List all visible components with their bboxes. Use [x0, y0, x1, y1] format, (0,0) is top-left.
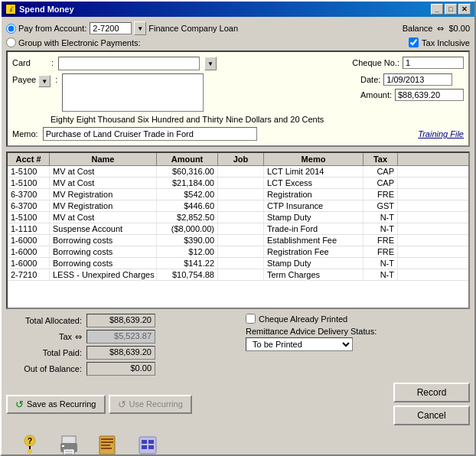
- table-cell: $21,184.00: [157, 178, 218, 188]
- table-cell: $2,852.50: [157, 212, 218, 223]
- svg-rect-11: [101, 438, 113, 440]
- delivery-select[interactable]: To be Printed Already Printed Do Not Pri…: [246, 337, 353, 351]
- maximize-button[interactable]: □: [445, 4, 457, 15]
- table-row[interactable]: 1-5100MV at Cost$60,316.00LCT Limit 2014…: [8, 166, 468, 178]
- delivery-status-label: Remittance Advice Delivery Status:: [246, 327, 467, 336]
- table-cell: [218, 200, 264, 211]
- totals-left: Total Allocated: $88,639.20 Tax ⇔ $5,523…: [9, 314, 230, 378]
- account-field: ▼ Finance Company Loan: [90, 21, 238, 35]
- table-row[interactable]: 1-5100MV at Cost$2,852.50Stamp DutyN-T: [8, 212, 468, 223]
- pay-from-radio-input[interactable]: [6, 24, 16, 34]
- table-cell: [218, 166, 264, 177]
- account-code-input[interactable]: [90, 22, 132, 34]
- table-cell: $10,754.88: [157, 269, 218, 280]
- table-row[interactable]: 1-6000Borrowing costs$141.22Stamp DutyN-…: [8, 258, 468, 269]
- total-allocated-row: Total Allocated: $88,639.20: [9, 314, 230, 327]
- pay-from-radio[interactable]: Pay from Account:: [6, 24, 86, 34]
- table-cell: Establishment Fee: [264, 235, 364, 246]
- journal-toolbar-button[interactable]: Journal: [90, 430, 126, 456]
- out-of-balance-value: $0.00: [86, 362, 155, 376]
- table-cell: Stamp Duty: [264, 212, 364, 223]
- table-cell: MV at Cost: [50, 178, 157, 188]
- cheque-printed-row: Cheque Already Printed: [246, 314, 467, 324]
- cancel-button[interactable]: Cancel: [393, 406, 470, 425]
- svg-rect-4: [62, 436, 76, 444]
- out-of-balance-row: Out of Balance: $0.00: [9, 362, 230, 376]
- table-header: Acct # Name Amount Job Memo Tax: [8, 153, 468, 166]
- table-cell: Term Charges: [264, 269, 364, 280]
- payee-dropdown-btn[interactable]: ▼: [38, 75, 51, 87]
- table-cell: $542.00: [157, 189, 218, 200]
- table-cell: 1-1110: [8, 223, 50, 234]
- table-cell: LCT Limit 2014: [264, 166, 364, 177]
- amount-words: Eighty Eight Thousand Six Hundred and Th…: [12, 115, 464, 124]
- training-file-link[interactable]: Training File: [418, 129, 464, 138]
- cheque-number-input[interactable]: [403, 57, 464, 69]
- date-input[interactable]: [383, 73, 452, 86]
- svg-rect-17: [148, 440, 154, 444]
- tax-inclusive-checkbox[interactable]: [409, 37, 419, 47]
- memo-input[interactable]: [43, 127, 257, 141]
- table-row[interactable]: 6-3700MV Registration$446.60CTP Insuranc…: [8, 200, 468, 212]
- col-tax: Tax: [364, 153, 398, 165]
- table-cell: N-T: [364, 223, 398, 234]
- table-row[interactable]: 1-5100MV at Cost$21,184.00LCT ExcessCAP: [8, 178, 468, 189]
- table-row[interactable]: 6-3700MV Registration$542.00Registration…: [8, 189, 468, 200]
- table-cell: $446.60: [157, 200, 218, 211]
- table-row[interactable]: 1-6000Borrowing costs$390.00Establishmen…: [8, 235, 468, 246]
- table-cell: Borrowing costs: [50, 235, 157, 246]
- table-cell: CTP Insurance: [264, 200, 364, 211]
- table-cell: LCT Excess: [264, 178, 364, 188]
- totals-section: Total Allocated: $88,639.20 Tax ⇔ $5,523…: [6, 314, 470, 378]
- col-acct: Acct #: [8, 153, 50, 165]
- register-icon: [135, 433, 160, 456]
- account-dropdown-btn[interactable]: ▼: [134, 21, 146, 35]
- group-payments-radio[interactable]: Group with Electronic Payments:: [6, 37, 141, 47]
- group-payments-radio-input[interactable]: [6, 37, 16, 47]
- table-cell: [218, 235, 264, 246]
- svg-rect-13: [101, 445, 110, 446]
- table-body: 1-5100MV at Cost$60,316.00LCT Limit 2014…: [8, 166, 468, 308]
- table-cell: [218, 212, 264, 223]
- use-recurring-button[interactable]: ↺ Use Recurring: [109, 395, 192, 414]
- table-cell: 2-7210: [8, 269, 50, 280]
- table-cell: 1-5100: [8, 178, 50, 188]
- table-cell: [218, 258, 264, 269]
- card-row: Card : ▼ Cheque No.:: [12, 57, 464, 70]
- table-cell: 6-3700: [8, 200, 50, 211]
- register-toolbar-button[interactable]: Register: [129, 430, 168, 456]
- totals-right: Cheque Already Printed Remittance Advice…: [246, 314, 467, 378]
- memo-row: Memo: Training File: [12, 127, 464, 141]
- table-cell: $60,316.00: [157, 166, 218, 177]
- cheque-printed-checkbox[interactable]: [246, 314, 256, 324]
- col-amount: Amount: [157, 153, 218, 165]
- table-cell: [218, 246, 264, 257]
- payee-input[interactable]: [62, 73, 204, 112]
- table-cell: FRE: [364, 235, 398, 246]
- spend-money-window: 💰 Spend Money _ □ ✕ Pay from Account: ▼ …: [0, 0, 476, 456]
- minimize-button[interactable]: _: [431, 4, 443, 15]
- amount-input[interactable]: [395, 89, 464, 101]
- save-recurring-button[interactable]: ↺ Save as Recurring: [6, 395, 106, 414]
- table-row[interactable]: 1-1110Suspense Account($8,000.00)Trade-i…: [8, 223, 468, 235]
- table-cell: ($8,000.00): [157, 223, 218, 234]
- print-toolbar-button[interactable]: Print: [51, 430, 86, 456]
- record-button[interactable]: Record: [393, 383, 470, 402]
- table-row[interactable]: 2-7210LESS - Unexpired Charges$10,754.88…: [8, 269, 468, 281]
- svg-rect-7: [62, 445, 64, 447]
- col-job: Job: [218, 153, 264, 165]
- close-button[interactable]: ✕: [458, 4, 471, 15]
- table-row[interactable]: 1-6000Borrowing costs$12.00Registration …: [8, 246, 468, 258]
- table-cell: MV at Cost: [50, 166, 157, 177]
- svg-rect-16: [142, 440, 147, 444]
- table-cell: Registration Fee: [264, 246, 364, 257]
- help-icon: ?: [18, 433, 42, 456]
- card-input[interactable]: [58, 57, 200, 70]
- help-toolbar-button[interactable]: ? Help F1: [11, 430, 48, 456]
- delivery-dropdown: To be Printed Already Printed Do Not Pri…: [246, 337, 467, 351]
- table-cell: N-T: [364, 212, 398, 223]
- table-cell: 1-5100: [8, 212, 50, 223]
- table-cell: Borrowing costs: [50, 246, 157, 257]
- right-action-buttons: Record Cancel: [393, 383, 470, 425]
- card-dropdown-btn[interactable]: ▼: [204, 57, 217, 70]
